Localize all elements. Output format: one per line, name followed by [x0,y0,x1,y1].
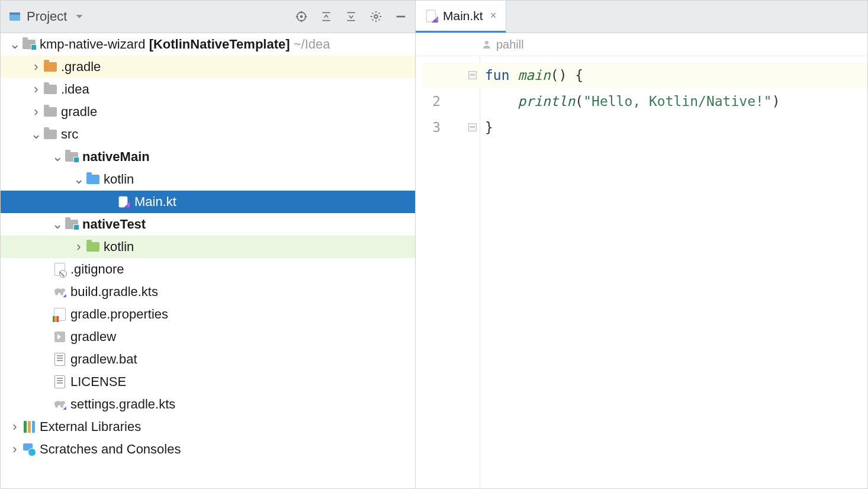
tree-item-mainkt[interactable]: Main.kt [1,191,415,213]
tree-label: build.gradle.kts [70,285,158,298]
tree-label: Main.kt [134,195,176,208]
tree-label: .idea [61,83,89,96]
project-panel-header: Project [1,1,415,33]
project-view-dropdown-icon[interactable] [75,12,83,21]
project-panel-title[interactable]: Project [27,9,67,24]
tree-label: gradle [61,105,97,118]
collapse-all-icon[interactable] [344,9,358,24]
tree-root[interactable]: ⌄ kmp-native-wizard [KotlinNativeTemplat… [1,33,415,56]
code-editor[interactable]: 1 2 3 fun main() { println("Hello, Kotli… [416,56,867,488]
tree-label: settings.gradle.kts [70,398,175,411]
tree-label: gradlew [70,330,116,343]
tree-item-buildgradle[interactable]: build.gradle.kts [1,281,415,303]
root-bracket: [KotlinNativeTemplate] [149,37,290,52]
tree-label: src [61,128,78,141]
chevron-right-icon[interactable]: › [9,420,21,433]
author-name[interactable]: pahill [496,38,524,52]
folder-icon [42,107,59,117]
tree-item-license[interactable]: LICENSE [1,371,415,393]
tree-label: kotlin [104,240,134,253]
module-folder-icon [63,220,80,229]
tree-label: nativeTest [82,218,146,231]
chevron-right-icon[interactable]: › [73,240,85,253]
chevron-right-icon[interactable]: › [30,60,42,73]
editor-panel: Main.kt × pahill 1 2 3 [416,1,867,488]
chevron-right-icon[interactable]: › [30,83,42,96]
project-icon [8,9,22,24]
expand-all-icon[interactable] [319,9,333,24]
tree-item-nativemain[interactable]: ⌄ nativeMain [1,146,415,168]
tree-item-src[interactable]: ⌄ src [1,123,415,146]
code-content[interactable]: fun main() { println("Hello, Kotlin/Nati… [480,56,867,488]
gear-icon[interactable] [369,9,383,24]
kotlin-file-icon [425,9,438,22]
chevron-down-icon[interactable]: ⌄ [52,218,63,231]
tab-label: Main.kt [443,9,483,23]
gitignore-file-icon [52,263,68,276]
text-file-icon [52,375,68,388]
module-folder-icon [63,152,80,162]
source-folder-icon [85,175,101,184]
tree-item-gitignore[interactable]: .gitignore [1,258,415,281]
executable-file-icon [52,332,68,342]
gradle-kts-file-icon [52,287,68,297]
tree-item-external-libraries[interactable]: › External Libraries [1,416,415,438]
tree-label: Scratches and Consoles [40,443,181,456]
fold-start-icon[interactable] [468,71,477,79]
tree-item-kotlin-main[interactable]: ⌄ kotlin [1,168,415,191]
tree-item-idea[interactable]: › .idea [1,78,415,101]
tree-label: nativeMain [82,150,150,163]
tree-label: kotlin [104,173,134,186]
tree-item-gradle[interactable]: › gradle [1,101,415,123]
folder-icon [42,130,59,139]
text-file-icon [52,353,68,366]
code-line[interactable]: fun main() { [422,62,867,88]
project-panel: Project ⌄ kmp-native-wizard [KotlinNativ… [1,1,416,488]
tree-item-settingsgradle[interactable]: settings.gradle.kts [1,393,415,416]
tree-label: gradlew.bat [70,353,137,366]
select-opened-file-icon[interactable] [294,9,308,24]
tree-item-nativetest[interactable]: ⌄ nativeTest [1,213,415,236]
editor-tab-mainkt[interactable]: Main.kt × [416,1,506,33]
chevron-right-icon[interactable]: › [9,443,21,456]
chevron-down-icon[interactable]: ⌄ [9,38,21,51]
project-tree[interactable]: ⌄ kmp-native-wizard [KotlinNativeTemplat… [1,33,415,488]
editor-breadcrumb: pahill [416,33,867,56]
svg-point-12 [374,15,378,18]
chevron-down-icon[interactable]: ⌄ [30,128,42,141]
tree-item-kotlin-test[interactable]: › kotlin [1,236,415,258]
chevron-right-icon[interactable]: › [30,105,42,118]
tree-item-gradleprops[interactable]: gradle.properties [1,303,415,326]
fold-end-icon[interactable] [468,123,477,131]
module-folder-icon [21,40,37,49]
folding-gutter [465,56,480,488]
svg-point-3 [300,15,303,18]
tree-item-gradle-hidden[interactable]: › .gradle [1,56,415,78]
svg-rect-1 [9,12,20,15]
editor-tab-bar: Main.kt × [416,1,867,33]
root-hint: ~/Idea [294,37,330,52]
line-number[interactable]: 2 [416,88,441,114]
test-folder-icon [85,242,101,252]
chevron-down-icon[interactable]: ⌄ [52,150,63,163]
close-tab-icon[interactable]: × [490,9,497,22]
code-line[interactable]: } [485,114,867,140]
tree-label: .gradle [61,60,101,73]
folder-icon [42,85,59,94]
svg-point-16 [485,41,488,44]
properties-file-icon [52,308,68,321]
code-line[interactable]: println("Hello, Kotlin/Native!") [485,88,867,114]
run-gutter [446,56,465,488]
line-number-gutter: 1 2 3 [416,56,446,488]
tree-item-scratches[interactable]: › Scratches and Consoles [1,438,415,461]
tree-label: .gitignore [70,263,124,276]
scratches-icon [21,443,37,455]
chevron-down-icon[interactable]: ⌄ [73,173,85,186]
root-name: kmp-native-wizard [40,37,146,52]
tree-label: External Libraries [40,420,141,433]
tree-item-gradlew[interactable]: gradlew [1,326,415,348]
hide-panel-icon[interactable] [394,9,408,24]
line-number[interactable]: 3 [416,114,441,140]
tree-label: gradle.properties [70,308,168,321]
tree-item-gradlewbat[interactable]: gradlew.bat [1,348,415,371]
